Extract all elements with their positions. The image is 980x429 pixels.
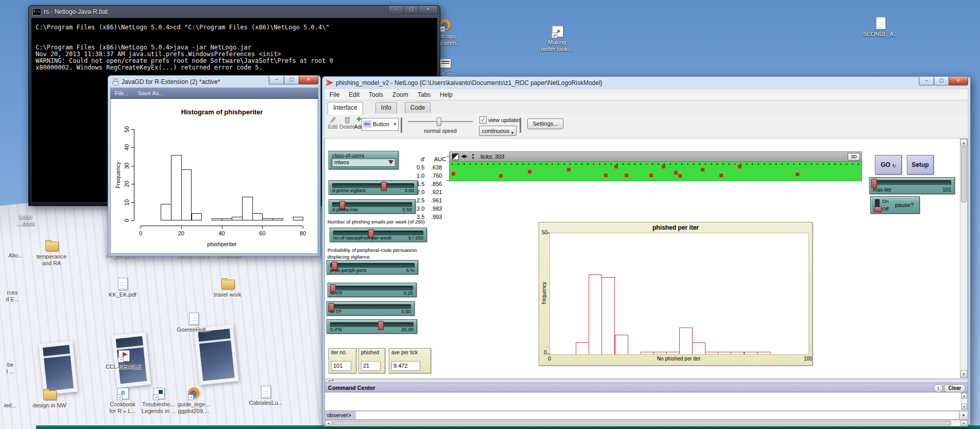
detach-icon[interactable]: ↕ (934, 384, 943, 392)
desktop-icon-making-better-looking[interactable]: ↗↗Makingbetter looki... (536, 25, 579, 53)
icon-label: Loan (4, 214, 47, 220)
cmd-titlebar[interactable]: C:\ rs - Netlogo-Java-R.bat – ▢ × (31, 6, 438, 18)
minimize-icon[interactable]: – (388, 6, 404, 14)
slider-prob-periph-pers[interactable]: prob-periph-pers5 % (326, 260, 418, 274)
world-view[interactable]: ◀▶ ▲▼ ticks: 303 3D ▲▲▲▲▲▲▲▲▲▲▲▲▲▲▲▲▲▲▲▲… (449, 151, 862, 181)
command-center-output[interactable]: ▲ ▼ (324, 392, 968, 411)
interface-vertical-scrollbar[interactable]: ▲ ▼ (960, 139, 968, 378)
desktop-icon-design-in-nw[interactable]: design in NW (28, 388, 71, 409)
world-field[interactable]: ▲▲▲▲▲▲▲▲▲▲▲▲▲▲▲▲▲▲▲▲▲▲▲▲▲▲▲▲▲▲▲▲▲▲▲▲▲▲▲▲… (450, 162, 862, 181)
edit-button[interactable]: Edit (327, 116, 338, 130)
menu-help[interactable]: Help (435, 91, 457, 98)
slider-c-tp[interactable]: C-TP0.50 (326, 301, 415, 316)
desktop-icon-sconul[interactable]: SCONUL_A... (859, 16, 902, 38)
menu-tabs[interactable]: Tabs (413, 91, 435, 98)
slider-c-fn[interactable]: C-FN20.00 (326, 319, 417, 334)
desktop-icon-loan-docx[interactable]: Loan....docx (4, 214, 47, 227)
histogram-bar (171, 155, 182, 220)
monitor-phished: phished21 (358, 348, 385, 373)
command-center-scrollbar[interactable]: ▲ ▼ (961, 392, 968, 410)
observer-prompt[interactable]: observer> (325, 411, 356, 419)
horizontal-arrows-icon[interactable]: ◀▶ (461, 153, 467, 159)
auc-value: .760 (431, 173, 442, 179)
desktop-icon-guide-ggplot[interactable]: ↗guide_lege...ggplot209.... (172, 387, 215, 415)
minimize-icon[interactable]: – (919, 77, 934, 85)
shift-view-icon[interactable] (452, 153, 459, 160)
desktop-icon-edge-be[interactable]: bet ... (0, 362, 32, 375)
horizontal-scrollbar[interactable]: ◄ ► (324, 420, 968, 426)
netlogo-titlebar[interactable]: phishing_model_v2 - NetLogo {C:\Users\ka… (324, 77, 968, 89)
phished-user-square (678, 174, 682, 178)
menu-edit[interactable]: Edit (344, 91, 364, 98)
chooser-class-of-users[interactable]: class-of-users mtwos (329, 151, 399, 169)
menu-file[interactable]: File (325, 91, 344, 98)
go-button[interactable]: GO ↻ (875, 155, 902, 175)
javagd-menu-saveas[interactable]: Save As... (133, 90, 168, 96)
javagd-menu-file[interactable]: File... (110, 90, 133, 96)
slider-max-iter[interactable]: max-iter 101 (869, 177, 955, 194)
vertical-arrows-icon[interactable]: ▲▼ (471, 152, 475, 160)
desktop-icon-temperance-and-ra[interactable]: temperanceand RA (30, 239, 73, 267)
desktop-icon-goeree-holt[interactable]: GoereeHolt... (172, 312, 215, 333)
close-icon[interactable]: × (299, 76, 318, 84)
speed-slider-thumb[interactable] (437, 117, 441, 126)
tab-info[interactable]: Info (375, 102, 397, 114)
scroll-up-icon[interactable]: ▲ (961, 393, 967, 399)
minimize-icon[interactable]: – (269, 76, 284, 84)
maximize-icon[interactable]: ▢ (403, 6, 419, 14)
slider-no-of-spearphish-per-week[interactable]: no-of-spearphish-per-week5 / 250 (330, 228, 427, 242)
maximize-icon[interactable]: ▢ (284, 76, 299, 84)
widget-type-value: Button (373, 121, 389, 127)
tab-code[interactable]: Code (405, 102, 431, 114)
clear-button[interactable]: Clear (944, 384, 966, 392)
desktop-icon-ccl-beagle[interactable]: ↗CCL-BEAGLE (102, 349, 145, 370)
slider-c-fp[interactable]: C-FP0.25 (328, 283, 417, 297)
y-tick-label: 0 (544, 350, 547, 355)
scroll-down-icon[interactable]: ▼ (960, 370, 967, 377)
scroll-down-icon[interactable]: ▼ (961, 404, 967, 409)
slider-value: 0.50 (403, 207, 412, 212)
desktop-icon-edge-rces[interactable]: rcesd E... (0, 289, 34, 303)
switch-pause[interactable]: On Off pause? (870, 196, 920, 214)
menu-zoom[interactable]: Zoom (388, 91, 413, 98)
settings-button[interactable]: Settings... (527, 118, 563, 129)
agent-icon: ▲ (845, 162, 849, 165)
chooser-value[interactable]: mtwos (332, 158, 396, 167)
scroll-left-icon[interactable]: ◄ (325, 420, 332, 426)
3d-button[interactable]: 3D (848, 153, 860, 161)
agent-icon: ▲ (839, 162, 843, 165)
update-mode-dropdown[interactable]: continuous ▼ (479, 126, 517, 136)
desktop-icon-cabrales[interactable]: CabralesLu... (244, 385, 287, 406)
javagd-titlebar[interactable]: JavaGD for R-Extension (2) *active* – ▢ … (110, 76, 318, 88)
desktop-icon-travel-work[interactable]: travel work (206, 277, 249, 298)
command-center-splitter[interactable]: ▲▼ (324, 379, 968, 383)
command-line[interactable]: observer> ▼ (324, 411, 968, 420)
agent-icon: ▲ (810, 162, 813, 165)
maximize-icon[interactable]: ▢ (934, 77, 949, 85)
desktop-icon-kk-ek-pdf[interactable]: KK_EK.pdf (101, 277, 144, 298)
tab-interface[interactable]: Interface (328, 102, 363, 115)
view-updates-checkbox[interactable]: ✓ (479, 116, 487, 124)
scroll-up-icon[interactable]: ▲ (960, 139, 967, 146)
command-center-header: Command Center ↕ Clear (324, 383, 968, 392)
menu-tools[interactable]: Tools (364, 91, 388, 98)
scrollbar-thumb[interactable] (333, 421, 951, 425)
icon-label: ....docx (4, 220, 47, 227)
dprime-col-header: d' (421, 156, 425, 162)
widget-type-dropdown[interactable]: abc Button ▼ (362, 118, 399, 131)
desktop-icon-edge-ied[interactable]: ied... (0, 402, 32, 409)
scroll-right-icon[interactable]: ► (960, 420, 968, 426)
slider-d-prime-low[interactable]: d-prime-low0.50 (329, 199, 416, 214)
history-dropdown-icon[interactable]: ▼ (959, 411, 968, 419)
netlogo-window[interactable]: phishing_model_v2 - NetLogo {C:\Users\ka… (322, 76, 971, 425)
agent-icon: ▲ (492, 162, 495, 165)
javagd-window[interactable]: JavaGD for R-Extension (2) *active* – ▢ … (108, 75, 321, 256)
close-icon[interactable]: × (418, 6, 438, 14)
slider-d-prime-vigilant[interactable]: d-prime-vigilant3.00 (329, 180, 418, 195)
scrollbar-thumb[interactable] (961, 147, 967, 202)
delete-button[interactable]: Delete (339, 116, 355, 130)
switch-handle[interactable] (874, 207, 882, 212)
close-icon[interactable]: × (949, 77, 968, 85)
setup-button[interactable]: Setup (907, 155, 934, 175)
speed-slider[interactable] (408, 121, 473, 122)
